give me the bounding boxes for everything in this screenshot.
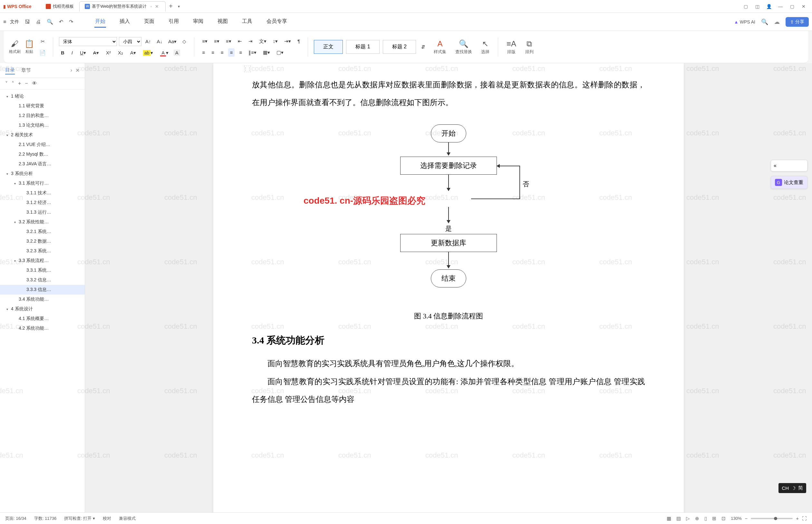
shrink-font-icon[interactable]: A↓ — [155, 37, 165, 46]
grow-font-icon[interactable]: A↑ — [144, 37, 153, 46]
wps-ai-button[interactable]: ▲ WPS AI — [734, 19, 755, 24]
preview-icon[interactable]: 🔍 — [45, 17, 55, 26]
border-icon[interactable]: ▢▾ — [275, 48, 285, 57]
outline-item[interactable]: 3.1.3 运行… — [0, 208, 85, 217]
outline-item[interactable]: 3.1.2 经济… — [0, 198, 85, 208]
app-logo[interactable]: ▮ WPS Office — [3, 4, 31, 9]
italic-button[interactable]: I — [70, 49, 75, 57]
outline-item[interactable]: ▾3.2 系统性能… — [0, 217, 85, 227]
tab-view[interactable]: 视图 — [217, 16, 229, 28]
outline-item[interactable]: 3.4 系统功能… — [0, 295, 85, 304]
chevron-down-icon[interactable]: ▾ — [6, 133, 11, 137]
avatar-icon[interactable]: 👤 — [766, 3, 772, 10]
chevron-down-icon[interactable]: ▾ — [6, 172, 11, 176]
thesis-check-button[interactable]: G 论文查重 — [771, 176, 808, 189]
chevron-down-icon[interactable]: ▾ — [14, 220, 19, 224]
align-center-icon[interactable]: ≡ — [210, 48, 216, 57]
tab-icon[interactable]: ⇥▾ — [282, 37, 293, 46]
shading-para-icon[interactable]: ▦▾ — [261, 48, 272, 57]
search-icon[interactable]: 🔍 — [761, 18, 768, 26]
minimize-icon[interactable]: — — [777, 3, 784, 10]
clear-format-icon[interactable]: ◇ — [180, 37, 188, 46]
styleset-group[interactable]: A 样式集 — [431, 39, 449, 55]
tab-document[interactable]: W 基于Web的智慧停车系统设计 ▫ ✕ — [79, 1, 166, 12]
close-icon[interactable]: ✕ — [154, 4, 160, 9]
tab-menu-icon[interactable]: ▫ — [150, 4, 152, 9]
style-heading1[interactable]: 标题 1 — [346, 40, 379, 54]
share-button[interactable]: ⇪ 分享 — [785, 17, 809, 27]
cloud-icon[interactable]: ☁ — [774, 18, 780, 26]
file-menu[interactable]: 文件 — [8, 18, 21, 26]
view-read-icon[interactable]: ▤ — [676, 515, 681, 521]
outline-item[interactable]: 3.3.2 信息… — [0, 275, 85, 285]
font-family-select[interactable]: 宋体 — [59, 37, 117, 46]
status-page[interactable]: 页面: 16/34 — [5, 515, 27, 521]
undo-icon[interactable]: ↶ — [57, 17, 65, 26]
text-direction-icon[interactable]: 文▾ — [257, 37, 268, 46]
change-case-icon[interactable]: Aa▾ — [166, 37, 179, 46]
hamburger-icon[interactable]: ≡ — [3, 19, 6, 25]
strike-button[interactable]: A▾ — [91, 49, 101, 57]
font-color-button[interactable]: A▾ — [158, 49, 170, 57]
chevron-down-icon[interactable]: ▾ — [6, 308, 11, 311]
increase-indent-icon[interactable]: ⇥ — [247, 37, 254, 46]
number-list-icon[interactable]: ≡▾ — [212, 37, 221, 46]
copy-icon[interactable]: 📄 — [38, 48, 47, 57]
text-effect-icon[interactable]: A▾ — [128, 49, 138, 57]
tab-insert[interactable]: 插入 — [119, 16, 131, 28]
document-area[interactable]: ⋮⋮ 放其他信息。删除信息也是先从数据库对应数据表里面删除数据，接着就是更新数据… — [85, 63, 812, 512]
tab-tools[interactable]: 工具 — [241, 16, 253, 28]
tab-template[interactable]: 找稻壳模板 — [40, 1, 79, 12]
tab-home[interactable]: 开始 — [95, 16, 106, 28]
view-web-icon[interactable]: ▷ — [686, 515, 690, 521]
format-painter-group[interactable]: 🖌 格式刷 — [9, 39, 21, 54]
zoom-in-icon[interactable]: + — [796, 515, 799, 521]
style-body[interactable]: 正文 — [314, 40, 343, 54]
align-left-icon[interactable]: ≡ — [200, 48, 207, 57]
sidebar-tab-chapter[interactable]: 章节 — [21, 67, 31, 74]
outline-item[interactable]: ▾3.1 系统可行… — [0, 179, 85, 188]
redo-icon[interactable]: ↷ — [67, 17, 75, 26]
outline-item[interactable]: 3.2.1 系统… — [0, 227, 85, 236]
outline-item[interactable]: ▾2 相关技术 — [0, 130, 85, 140]
chevron-right-icon[interactable]: › — [70, 67, 72, 73]
align-justify-icon[interactable]: ≡ — [228, 48, 235, 57]
chevron-down-icon[interactable]: ▾ — [14, 259, 19, 263]
collapse-pane-icon[interactable]: « — [771, 160, 808, 171]
status-proof[interactable]: 校对 — [103, 515, 111, 521]
save-icon[interactable]: 🖫 — [23, 18, 32, 26]
chevron-down-icon[interactable]: ▾ — [6, 95, 11, 98]
sidebar-tab-toc[interactable]: 目录 — [5, 66, 15, 75]
bullet-list-icon[interactable]: ≡▾ — [200, 37, 210, 46]
decrease-indent-icon[interactable]: ⇤ — [236, 37, 244, 46]
remove-icon[interactable]: − — [25, 81, 28, 87]
layout-group[interactable]: ≡A 排版 — [504, 39, 519, 55]
arrange-group[interactable]: ⧉ 排列 — [523, 39, 536, 55]
bold-button[interactable]: B — [59, 49, 66, 57]
close-icon[interactable]: ✕ — [76, 67, 80, 73]
zoom-value[interactable]: 130% — [731, 516, 742, 521]
subscript-button[interactable]: X₂ — [116, 49, 125, 57]
paste-group[interactable]: 📋 粘贴 — [24, 39, 34, 54]
outline-item[interactable]: 1.3 论文结构… — [0, 120, 85, 130]
ime-indicator[interactable]: CH ☽ 简 — [778, 483, 806, 493]
tab-dropdown-icon[interactable]: ▾ — [176, 4, 182, 9]
outline-item[interactable]: ▾4 系统设计 — [0, 304, 85, 314]
underline-button[interactable]: U▾ — [78, 49, 88, 57]
zoom-slider[interactable] — [751, 518, 793, 519]
multilevel-list-icon[interactable]: ≡▾ — [224, 37, 233, 46]
zoom-out-icon[interactable]: − — [745, 515, 748, 521]
chevron-down-icon[interactable]: ▾ — [14, 182, 19, 185]
outline-item[interactable]: 3.1.1 技术… — [0, 188, 85, 198]
fullscreen-icon[interactable]: ⛶ — [802, 515, 807, 521]
app-menu-icon[interactable]: ▢ — [742, 3, 749, 10]
styles-more-icon[interactable]: ⇵ — [419, 43, 427, 51]
shading-button[interactable]: A — [174, 50, 180, 56]
outline-item[interactable]: 1.2 目的和意… — [0, 111, 85, 120]
globe-icon[interactable]: ⊕ — [695, 515, 699, 521]
status-words[interactable]: 字数: 11736 — [34, 515, 56, 521]
select-group[interactable]: ↖ 选择 — [479, 39, 492, 55]
drag-handle-icon[interactable]: ⋮⋮ — [244, 66, 251, 72]
highlight-button[interactable]: ab▾ — [141, 49, 155, 57]
outline-item[interactable]: ▾3.3 系统流程… — [0, 256, 85, 265]
